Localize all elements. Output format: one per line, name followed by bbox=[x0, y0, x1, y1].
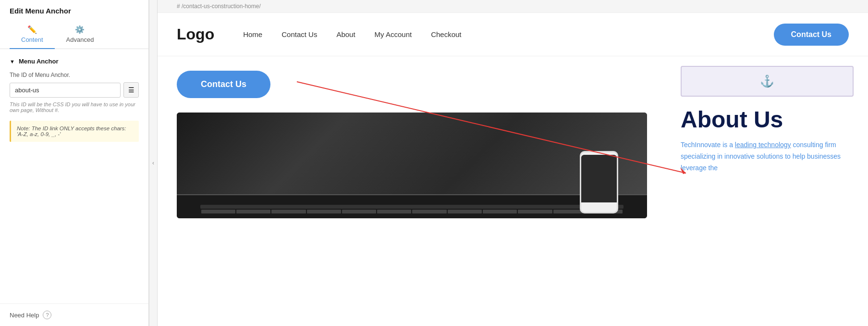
collapse-handle[interactable]: ‹ bbox=[149, 0, 158, 326]
logo: Logo bbox=[177, 25, 214, 43]
section-heading: Menu Anchor bbox=[19, 58, 59, 65]
input-row: ☰ bbox=[10, 82, 139, 98]
hint-text: This ID will be the CSS ID you will have… bbox=[10, 101, 139, 113]
panel-title: Edit Menu Anchor bbox=[10, 7, 139, 15]
gear-icon: ⚙️ bbox=[75, 25, 85, 34]
about-us-text: TechInnovate is a leading technology con… bbox=[681, 139, 854, 174]
breadcrumb-bar: # /contact-us-construction-home/ bbox=[158, 0, 868, 13]
note-box: Note: The ID link ONLY accepts these cha… bbox=[10, 121, 139, 142]
content-right: ⚓ About Us TechInnovate is a leading tec… bbox=[666, 56, 868, 326]
nav-link-checkout[interactable]: Checkout bbox=[431, 30, 461, 38]
content-area: Contact Us bbox=[158, 56, 868, 326]
need-help-label: Need Help bbox=[10, 312, 39, 319]
about-text-bold: leading technology bbox=[735, 141, 791, 149]
anchor-icon: ⚓ bbox=[760, 75, 774, 88]
tab-content-label: Content bbox=[21, 36, 43, 43]
laptop-image bbox=[177, 113, 647, 218]
about-text-part1: TechInnovate is a bbox=[681, 141, 735, 149]
laptop-image-inner bbox=[177, 113, 647, 218]
about-us-title: About Us bbox=[681, 106, 854, 133]
nav-link-about[interactable]: About bbox=[336, 30, 355, 38]
breadcrumb-text: # /contact-us-construction-home/ bbox=[177, 3, 261, 10]
tabs-row: ✏️ Content ⚙️ Advanced bbox=[10, 21, 139, 49]
menu-anchor-input[interactable] bbox=[10, 83, 121, 98]
panel-header: Edit Menu Anchor ✏️ Content ⚙️ Advanced bbox=[0, 0, 148, 49]
phone-screen bbox=[581, 155, 617, 202]
pencil-icon: ✏️ bbox=[27, 25, 37, 34]
tab-content[interactable]: ✏️ Content bbox=[10, 21, 55, 49]
nav-cta-button[interactable]: Contact Us bbox=[774, 24, 849, 46]
tab-advanced[interactable]: ⚙️ Advanced bbox=[55, 21, 106, 49]
nav-links: Home Contact Us About My Account Checkou… bbox=[243, 30, 773, 38]
chevron-left-icon: ‹ bbox=[152, 160, 154, 166]
nav-link-contact[interactable]: Contact Us bbox=[281, 30, 317, 38]
layers-icon-button[interactable]: ☰ bbox=[123, 82, 139, 98]
tab-advanced-label: Advanced bbox=[66, 36, 94, 43]
field-label: The ID of Menu Anchor. bbox=[10, 72, 139, 78]
section-arrow-icon: ▼ bbox=[10, 59, 15, 64]
left-panel: Edit Menu Anchor ✏️ Content ⚙️ Advanced … bbox=[0, 0, 149, 326]
content-left: Contact Us bbox=[158, 56, 666, 326]
contact-us-button[interactable]: Contact Us bbox=[177, 71, 270, 98]
layers-icon: ☰ bbox=[128, 86, 134, 94]
phone-shape bbox=[580, 151, 618, 213]
question-mark-icon: ? bbox=[46, 312, 49, 318]
panel-footer: Need Help ? bbox=[0, 303, 148, 326]
nav-bar: Logo Home Contact Us About My Account Ch… bbox=[158, 13, 868, 56]
right-panel: # /contact-us-construction-home/ Logo Ho… bbox=[158, 0, 868, 326]
help-icon-button[interactable]: ? bbox=[43, 311, 51, 319]
panel-body: ▼ Menu Anchor The ID of Menu Anchor. ☰ T… bbox=[0, 49, 148, 303]
nav-link-home[interactable]: Home bbox=[243, 30, 262, 38]
note-text: Note: The ID link ONLY accepts these cha… bbox=[17, 125, 126, 137]
nav-link-myaccount[interactable]: My Account bbox=[375, 30, 412, 38]
section-header: ▼ Menu Anchor bbox=[10, 58, 139, 65]
anchor-widget-box: ⚓ bbox=[681, 66, 854, 97]
